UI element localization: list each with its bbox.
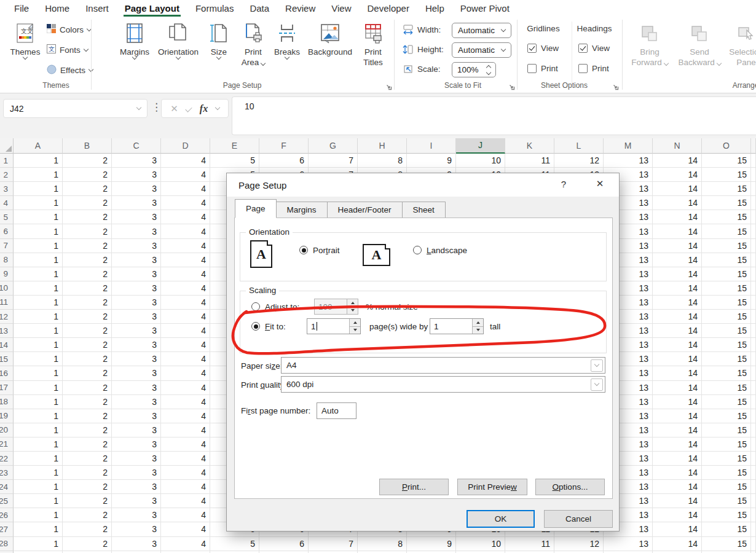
grid-cell[interactable]: 1 [14, 210, 63, 224]
landscape-label[interactable]: Landscape [427, 246, 467, 255]
grid-cell-partial[interactable] [751, 452, 756, 466]
grid-row-header[interactable]: 22 [0, 452, 14, 466]
grid-column-header-g[interactable]: G [309, 138, 358, 154]
grid-cell[interactable]: 15 [702, 466, 751, 480]
grid-row-header[interactable]: 7 [0, 239, 14, 253]
grid-cell[interactable]: 4 [161, 551, 210, 553]
grid-cell[interactable]: 4 [161, 437, 210, 452]
grid-cell[interactable]: 3 [112, 551, 161, 553]
menu-tab-formulas[interactable]: Formulas [187, 0, 242, 17]
grid-cell[interactable]: 9 [407, 551, 456, 553]
grid-cell[interactable]: 5 [210, 551, 259, 553]
grid-cell[interactable]: 14 [653, 437, 702, 452]
grid-cell[interactable]: 4 [161, 154, 210, 168]
grid-column-header-j[interactable]: J [456, 138, 505, 154]
grid-cell[interactable]: 3 [112, 296, 161, 310]
cancel-entry-icon[interactable]: ✕ [170, 103, 178, 114]
grid-cell[interactable]: 4 [161, 210, 210, 224]
portrait-label[interactable]: Portrait [313, 246, 340, 255]
grid-cell[interactable]: 14 [653, 338, 702, 352]
scale-to-fit-dialog-launcher-icon[interactable] [508, 82, 516, 93]
spinner-carets-icon[interactable] [487, 66, 490, 74]
grid-row-header[interactable]: 18 [0, 395, 14, 409]
grid-cell[interactable]: 14 [653, 310, 702, 324]
grid-cell[interactable]: 14 [653, 324, 702, 338]
grid-column-header-d[interactable]: D [161, 138, 210, 154]
grid-cell[interactable]: 3 [112, 366, 161, 380]
cancel-button[interactable]: Cancel [544, 510, 613, 528]
grid-column-header-partial[interactable] [751, 138, 756, 154]
gridlines-print-checkbox[interactable]: Print [527, 64, 558, 73]
sheet-options-dialog-launcher-icon[interactable] [612, 82, 620, 93]
grid-cell-partial[interactable] [751, 480, 756, 494]
grid-cell-partial[interactable] [751, 437, 756, 452]
menu-tab-home[interactable]: Home [37, 0, 77, 17]
margins-button[interactable]: Margins [117, 20, 152, 59]
grid-cell[interactable]: 1 [14, 267, 63, 281]
grid-cell[interactable]: 15 [702, 168, 751, 182]
grid-cell[interactable]: 2 [63, 366, 112, 380]
grid-cell[interactable]: 3 [112, 537, 161, 551]
grid-cell[interactable]: 1 [14, 182, 63, 196]
grid-cell[interactable]: 10 [456, 537, 505, 551]
grid-cell[interactable]: 15 [702, 423, 751, 437]
grid-cell-partial[interactable] [751, 267, 756, 281]
print-button[interactable]: Print... [379, 479, 449, 495]
checkbox-unchecked-icon[interactable] [578, 64, 588, 73]
headings-print-checkbox[interactable]: Print [578, 64, 609, 73]
grid-cell-partial[interactable] [751, 296, 756, 310]
grid-cell[interactable]: 14 [653, 480, 702, 494]
grid-cell[interactable]: 1 [14, 338, 63, 352]
grid-column-header-m[interactable]: M [604, 138, 653, 154]
grid-cell[interactable]: 4 [161, 253, 210, 267]
grid-cell[interactable]: 15 [702, 366, 751, 380]
grid-cell[interactable]: 14 [653, 395, 702, 409]
grid-cell[interactable]: 3 [112, 508, 161, 522]
grid-cell[interactable]: 14 [653, 296, 702, 310]
grid-column-header-b[interactable]: B [63, 138, 112, 154]
grid-row-header[interactable]: 27 [0, 522, 14, 536]
grid-cell-partial[interactable] [751, 409, 756, 423]
grid-cell[interactable]: 2 [63, 381, 112, 395]
grid-cell[interactable]: 14 [653, 494, 702, 508]
grid-cell[interactable]: 2 [63, 224, 112, 238]
grid-cell[interactable]: 3 [112, 395, 161, 409]
grid-row-header[interactable]: 17 [0, 381, 14, 395]
gridlines-view-checkbox[interactable]: View [527, 44, 559, 53]
grid-cell[interactable]: 2 [63, 210, 112, 224]
spin-down-icon[interactable] [347, 307, 358, 315]
grid-cell[interactable]: 3 [112, 352, 161, 366]
print-area-button[interactable]: Print Area [237, 20, 270, 68]
grid-cell-partial[interactable] [751, 239, 756, 253]
grid-row-header[interactable]: 4 [0, 196, 14, 210]
ok-button[interactable]: OK [467, 510, 535, 528]
grid-cell[interactable]: 4 [161, 168, 210, 182]
grid-cell[interactable]: 15 [702, 324, 751, 338]
grid-cell[interactable]: 2 [63, 296, 112, 310]
grid-cell[interactable]: 1 [14, 395, 63, 409]
adjust-to-label[interactable]: Adjust to: [265, 302, 299, 312]
grid-cell[interactable]: 15 [702, 508, 751, 522]
grid-cell[interactable]: 15 [702, 537, 751, 551]
grid-cell[interactable]: 1 [14, 366, 63, 380]
grid-column-header-i[interactable]: I [407, 138, 456, 154]
grid-cell[interactable]: 15 [702, 154, 751, 168]
grid-row-header[interactable]: 28 [0, 537, 14, 551]
grid-column-header-e[interactable]: E [210, 138, 259, 154]
grid-cell[interactable]: 3 [112, 267, 161, 281]
fit-to-label[interactable]: Fit to: [265, 322, 286, 331]
grid-column-header-a[interactable]: A [14, 138, 63, 154]
menu-tab-developer[interactable]: Developer [360, 0, 417, 17]
grid-cell-partial[interactable] [751, 381, 756, 395]
grid-cell[interactable]: 3 [112, 409, 161, 423]
tab-sheet[interactable]: Sheet [402, 202, 446, 218]
grid-cell[interactable]: 15 [702, 452, 751, 466]
fit-to-tall-input[interactable]: 1 [430, 318, 484, 334]
grid-cell[interactable]: 1 [14, 281, 63, 296]
spin-down-icon[interactable] [350, 326, 360, 334]
drag-handle-dots-icon[interactable]: ⋮ [151, 101, 162, 114]
menu-tab-help[interactable]: Help [417, 0, 452, 17]
grid-cell[interactable]: 1 [14, 423, 63, 437]
grid-cell[interactable]: 4 [161, 267, 210, 281]
grid-column-header-f[interactable]: F [259, 138, 309, 154]
